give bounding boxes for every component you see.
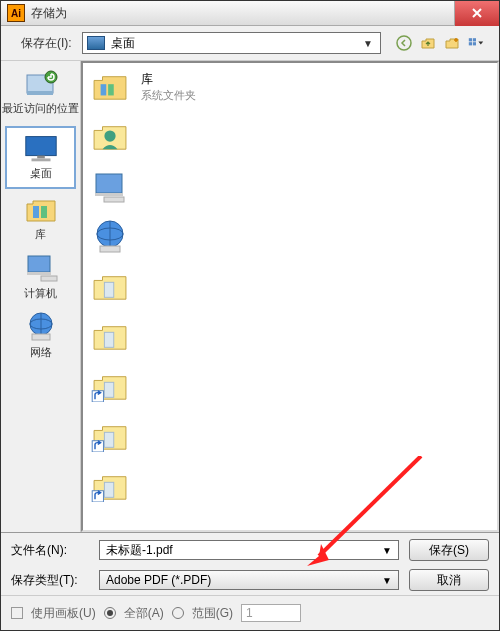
folder-shortcut-icon	[89, 469, 131, 505]
svg-rect-11	[33, 206, 39, 218]
all-label: 全部(A)	[124, 605, 164, 622]
range-label: 范围(G)	[192, 605, 233, 622]
svg-rect-18	[32, 334, 50, 340]
filename-value: 未标题-1.pdf	[106, 542, 173, 559]
save-as-dialog: Ai 存储为 保存在(I): 桌面 ▼	[0, 0, 500, 631]
svg-rect-3	[469, 42, 472, 45]
chevron-down-icon: ▼	[382, 575, 392, 586]
svg-rect-29	[104, 332, 113, 347]
list-item[interactable]: 库 系统文件夹	[89, 69, 491, 105]
chevron-down-icon: ▼	[360, 38, 376, 49]
place-label: 计算机	[1, 286, 80, 301]
list-item[interactable]	[89, 219, 491, 255]
places-sidebar: 最近访问的位置 桌面 库 计算机	[1, 61, 81, 532]
filetype-row: 保存类型(T): Adobe PDF (*.PDF) ▼ 取消	[11, 569, 489, 591]
place-label: 最近访问的位置	[1, 101, 80, 116]
options-row: 使用画板(U) 全部(A) 范围(G)	[1, 595, 499, 630]
computer-item-icon	[89, 169, 131, 205]
artboards-label: 使用画板(U)	[31, 605, 96, 622]
svg-rect-32	[104, 432, 113, 447]
svg-rect-20	[108, 84, 114, 95]
libraries-item-icon	[89, 69, 131, 105]
svg-rect-19	[101, 84, 107, 95]
list-item[interactable]	[89, 169, 491, 205]
folder-icon	[89, 269, 131, 305]
svg-rect-15	[41, 276, 57, 281]
svg-rect-10	[31, 158, 50, 161]
libraries-icon	[22, 195, 60, 223]
list-item[interactable]	[89, 269, 491, 305]
place-desktop[interactable]: 桌面	[5, 126, 76, 189]
svg-rect-14	[27, 272, 51, 275]
lookin-value: 桌面	[111, 35, 360, 52]
folder-shortcut-icon	[89, 369, 131, 405]
range-input[interactable]	[241, 604, 301, 622]
svg-rect-1	[469, 38, 472, 41]
svg-point-21	[104, 130, 115, 141]
place-libraries[interactable]: 库	[1, 191, 80, 250]
svg-rect-28	[104, 282, 113, 297]
lookin-toolbar: 保存在(I): 桌面 ▼	[1, 26, 499, 60]
filename-row: 文件名(N): 未标题-1.pdf ▼ 保存(S)	[11, 539, 489, 561]
recent-icon	[22, 69, 60, 97]
list-item[interactable]	[89, 119, 491, 155]
filename-label: 文件名(N):	[11, 542, 89, 559]
up-button[interactable]	[417, 33, 439, 53]
place-recent[interactable]: 最近访问的位置	[1, 65, 80, 124]
svg-rect-9	[37, 156, 45, 159]
svg-rect-30	[104, 382, 113, 397]
range-radio[interactable]	[172, 607, 184, 619]
lookin-dropdown[interactable]: 桌面 ▼	[82, 32, 381, 54]
svg-rect-27	[100, 246, 120, 252]
close-button[interactable]	[454, 1, 499, 26]
place-computer[interactable]: 计算机	[1, 250, 80, 309]
place-network[interactable]: 网络	[1, 309, 80, 368]
app-icon: Ai	[7, 4, 25, 22]
svg-rect-13	[28, 256, 50, 272]
filetype-label: 保存类型(T):	[11, 572, 89, 589]
list-item[interactable]	[89, 469, 491, 505]
svg-rect-34	[104, 482, 113, 497]
list-item[interactable]	[89, 369, 491, 405]
list-item[interactable]	[89, 419, 491, 455]
item-text: 库 系统文件夹	[141, 71, 196, 103]
toolbar-icons	[393, 33, 487, 53]
titlebar: Ai 存储为	[1, 1, 499, 26]
svg-rect-24	[104, 197, 124, 202]
desktop-icon	[87, 36, 105, 50]
view-menu-button[interactable]	[465, 33, 487, 53]
save-button[interactable]: 保存(S)	[409, 539, 489, 561]
folder-shortcut-icon	[89, 419, 131, 455]
filetype-value: Adobe PDF (*.PDF)	[106, 573, 211, 587]
file-list[interactable]: 库 系统文件夹	[81, 61, 499, 532]
filename-input[interactable]: 未标题-1.pdf ▼	[99, 540, 399, 560]
place-label: 库	[1, 227, 80, 242]
user-folder-icon	[89, 119, 131, 155]
lookin-label: 保存在(I):	[21, 35, 72, 52]
cancel-button[interactable]: 取消	[409, 569, 489, 591]
bottom-panel: 文件名(N): 未标题-1.pdf ▼ 保存(S) 保存类型(T): Adobe…	[1, 532, 499, 595]
list-item[interactable]	[89, 319, 491, 355]
chevron-down-icon: ▼	[382, 545, 392, 556]
filetype-dropdown[interactable]: Adobe PDF (*.PDF) ▼	[99, 570, 399, 590]
item-subtitle: 系统文件夹	[141, 88, 196, 103]
back-button[interactable]	[393, 33, 415, 53]
folder-icon	[89, 319, 131, 355]
place-label: 桌面	[7, 166, 74, 181]
svg-rect-2	[473, 38, 476, 41]
svg-rect-6	[27, 91, 53, 95]
artboards-checkbox[interactable]	[11, 607, 23, 619]
computer-icon	[22, 254, 60, 282]
dialog-body: 最近访问的位置 桌面 库 计算机	[1, 60, 499, 532]
new-folder-button[interactable]	[441, 33, 463, 53]
network-item-icon	[89, 219, 131, 255]
svg-rect-12	[41, 206, 47, 218]
network-icon	[22, 313, 60, 341]
all-radio[interactable]	[104, 607, 116, 619]
svg-rect-23	[95, 193, 123, 196]
svg-rect-4	[473, 42, 476, 45]
desktop-icon	[22, 134, 60, 162]
svg-rect-8	[25, 137, 55, 156]
svg-point-0	[397, 36, 411, 50]
place-label: 网络	[1, 345, 80, 360]
